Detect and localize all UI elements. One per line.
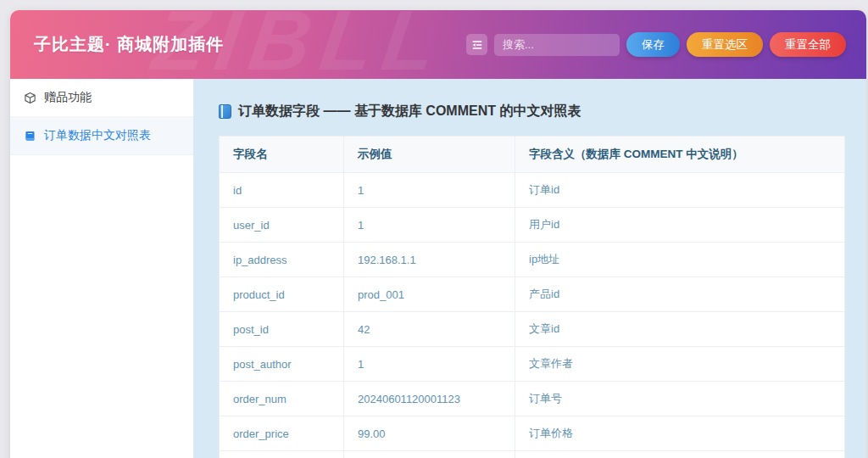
table-row: user_id1用户id bbox=[220, 208, 845, 243]
table-cell: 192.168.1.1 bbox=[344, 243, 515, 277]
section-title: 订单数据字段 —— 基于数据库 COMMENT 的中文对照表 bbox=[219, 103, 844, 120]
table-cell: 42 bbox=[344, 312, 515, 347]
table-cell: 20240601120001123 bbox=[344, 382, 515, 416]
reset-selection-button[interactable]: 重置选区 bbox=[687, 32, 763, 57]
table-cell: 10 bbox=[344, 451, 515, 458]
collapse-menu-icon bbox=[471, 39, 483, 51]
table-cell: 订单价格 bbox=[515, 416, 845, 451]
table-row: order_type10订单类型 bbox=[220, 451, 845, 458]
header: ZIBLL 子比主题· 商城附加插件 保存 重置选区 bbox=[10, 10, 866, 79]
table-cell: 1 bbox=[344, 347, 515, 382]
sidebar-item-gift-feature[interactable]: 赠品功能 bbox=[10, 79, 193, 117]
sidebar-item-order-data-table[interactable]: 订单数据中文对照表 bbox=[10, 117, 193, 155]
table-cell: order_price bbox=[220, 416, 344, 451]
order-fields-table: 字段名示例值字段含义（数据库 COMMENT 中文说明） id1订单iduser… bbox=[219, 136, 845, 458]
table-row: ip_address192.168.1.1ip地址 bbox=[220, 243, 845, 277]
table-cell: post_id bbox=[220, 312, 344, 347]
sidebar: 赠品功能 订单数据中文对照表 bbox=[10, 79, 193, 458]
table-cell: 订单id bbox=[515, 173, 845, 208]
table-body: id1订单iduser_id1用户idip_address192.168.1.1… bbox=[220, 173, 845, 458]
table-cell: 99.00 bbox=[344, 416, 515, 451]
table-cell: 产品id bbox=[515, 277, 845, 312]
table-cell: product_id bbox=[220, 277, 344, 312]
table-cell: order_type bbox=[220, 451, 344, 458]
header-toolbar: 保存 重置选区 重置全部 bbox=[466, 32, 846, 57]
table-cell: prod_001 bbox=[344, 277, 515, 312]
sidebar-item-label: 赠品功能 bbox=[44, 90, 92, 105]
sidebar-item-label: 订单数据中文对照表 bbox=[44, 128, 151, 143]
table-cell: post_author bbox=[220, 347, 344, 382]
table-row: post_id42文章id bbox=[220, 312, 845, 347]
search-input[interactable] bbox=[494, 34, 620, 56]
table-cell: ip_address bbox=[220, 243, 344, 277]
table-cell: ip地址 bbox=[515, 243, 845, 277]
collapse-menu-button[interactable] bbox=[466, 34, 487, 55]
book-icon bbox=[24, 130, 36, 142]
table-header-cell: 字段含义（数据库 COMMENT 中文说明） bbox=[515, 137, 845, 173]
table-cell: id bbox=[220, 173, 344, 208]
table-cell: 1 bbox=[344, 173, 515, 208]
body: 赠品功能 订单数据中文对照表 订单数据字段 —— bbox=[10, 79, 866, 458]
plugin-settings-card: ZIBLL 子比主题· 商城附加插件 保存 重置选区 bbox=[10, 10, 866, 458]
table-row: order_num20240601120001123订单号 bbox=[220, 382, 845, 416]
table-cell: 文章id bbox=[515, 312, 845, 347]
table-cell: 文章作者 bbox=[515, 347, 845, 382]
table-cell: 订单号 bbox=[515, 382, 845, 416]
reset-all-button[interactable]: 重置全部 bbox=[770, 32, 846, 57]
table-cell: 订单类型 bbox=[515, 451, 845, 458]
table-header-cell: 字段名 bbox=[220, 137, 344, 173]
table-head: 字段名示例值字段含义（数据库 COMMENT 中文说明） bbox=[220, 137, 845, 173]
table-row: post_author1文章作者 bbox=[220, 347, 845, 382]
table-row: order_price99.00订单价格 bbox=[220, 416, 845, 451]
table-cell: 用户id bbox=[515, 208, 845, 243]
blue-book-icon bbox=[219, 104, 231, 119]
table-cell: user_id bbox=[220, 208, 344, 243]
save-button[interactable]: 保存 bbox=[626, 32, 680, 57]
table-row: product_idprod_001产品id bbox=[220, 277, 845, 312]
page: ZIBLL 子比主题· 商城附加插件 保存 重置选区 bbox=[0, 0, 868, 458]
table-cell: order_num bbox=[220, 382, 344, 416]
table-cell: 1 bbox=[344, 208, 515, 243]
page-title: 子比主题· 商城附加插件 bbox=[34, 33, 224, 56]
table-row: id1订单id bbox=[220, 173, 845, 208]
section-title-text: 订单数据字段 —— 基于数据库 COMMENT 的中文对照表 bbox=[238, 103, 581, 120]
box-icon bbox=[24, 92, 36, 104]
table-header-cell: 示例值 bbox=[344, 137, 515, 173]
content-panel: 订单数据字段 —— 基于数据库 COMMENT 的中文对照表 字段名示例值字段含… bbox=[193, 79, 866, 458]
